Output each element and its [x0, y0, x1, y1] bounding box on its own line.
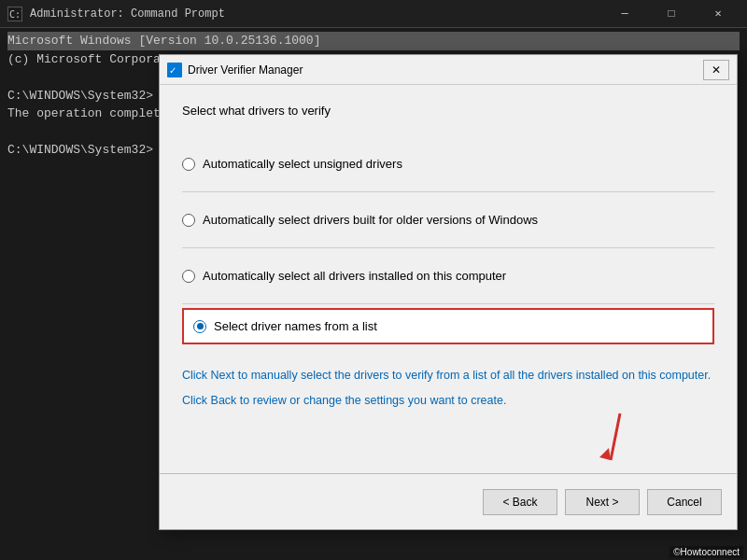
radio-button-3[interactable]: [182, 270, 195, 283]
info-line-1: Click Next to manually select the driver…: [182, 367, 714, 385]
info-line-2: Click Back to review or change the setti…: [182, 392, 714, 410]
cmd-titlebar: C:\ Administrator: Command Prompt ─ □ ✕: [0, 0, 747, 28]
dialog-footer: < Back Next > Cancel: [160, 473, 737, 529]
dialog-icon: ✓: [167, 63, 182, 77]
radio-label-3: Automatically select all drivers install…: [203, 269, 506, 283]
svg-text:✓: ✓: [169, 65, 176, 76]
section-title: Select what drivers to verify: [182, 104, 714, 118]
dialog-title: Driver Verifier Manager: [188, 63, 698, 77]
back-button[interactable]: < Back: [483, 489, 557, 515]
cmd-line-1: Microsoft Windows [Version 10.0.25136.10…: [7, 32, 740, 50]
cmd-close-btn[interactable]: ✕: [697, 0, 740, 28]
cmd-title: Administrator: Command Prompt: [30, 7, 596, 21]
radio-item-2[interactable]: Automatically select drivers built for o…: [182, 192, 714, 247]
cancel-button[interactable]: Cancel: [647, 489, 722, 515]
cmd-window-controls: ─ □ ✕: [603, 0, 740, 28]
svg-text:C:\: C:\: [9, 9, 21, 20]
cmd-icon: C:\: [7, 7, 22, 21]
watermark: ©Howtoconnect: [669, 546, 743, 558]
radio-button-4[interactable]: [193, 320, 206, 333]
radio-item-4[interactable]: Select driver names from a list: [182, 308, 714, 344]
radio-button-1[interactable]: [182, 158, 195, 171]
cmd-minimize-btn[interactable]: ─: [603, 0, 646, 28]
radio-button-2[interactable]: [182, 214, 195, 227]
next-button[interactable]: Next >: [565, 489, 640, 515]
cmd-maximize-btn[interactable]: □: [650, 0, 693, 28]
dialog-titlebar: ✓ Driver Verifier Manager ✕: [160, 55, 737, 85]
radio-label-2: Automatically select drivers built for o…: [203, 213, 538, 227]
radio-label-4: Select driver names from a list: [214, 319, 377, 333]
radio-label-1: Automatically select unsigned drivers: [203, 157, 402, 171]
radio-group: Automatically select unsigned drivers Au…: [182, 136, 714, 348]
separator-3: [182, 303, 714, 304]
dialog-body: Select what drivers to verify Automatica…: [160, 85, 737, 473]
driver-verifier-dialog: ✓ Driver Verifier Manager ✕ Select what …: [159, 54, 738, 530]
info-text: Click Next to manually select the driver…: [182, 367, 714, 417]
radio-item-3[interactable]: Automatically select all drivers install…: [182, 248, 714, 303]
dialog-close-button[interactable]: ✕: [703, 60, 729, 80]
radio-item-1[interactable]: Automatically select unsigned drivers: [182, 136, 714, 191]
